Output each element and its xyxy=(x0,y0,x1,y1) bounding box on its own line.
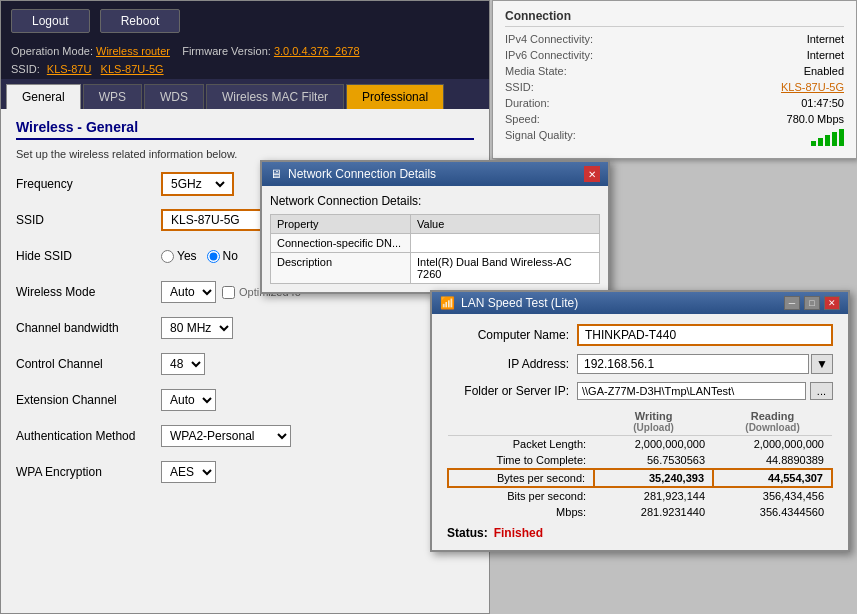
hide-ssid-yes-label[interactable]: Yes xyxy=(161,249,197,263)
channel-bw-label: Channel bandwidth xyxy=(16,321,161,335)
wireless-mode-select[interactable]: Auto xyxy=(161,281,216,303)
extension-channel-row: Extension Channel Auto xyxy=(16,386,474,414)
row1-reading: 44.8890389 xyxy=(713,452,832,469)
optimized-checkbox[interactable] xyxy=(222,286,235,299)
row3-writing: 281,923,144 xyxy=(594,487,713,504)
conn-signal-bars xyxy=(811,129,844,146)
lan-close-button[interactable]: ✕ xyxy=(824,296,840,310)
operation-mode-value[interactable]: Wireless router xyxy=(96,45,170,57)
section-desc: Set up the wireless related information … xyxy=(16,148,474,160)
wpa-encryption-control: AES xyxy=(161,461,216,483)
hide-ssid-no-radio[interactable] xyxy=(207,250,220,263)
firmware-label: Firmware Version: xyxy=(182,45,271,57)
ncd-dialog: 🖥 Network Connection Details ✕ Network C… xyxy=(260,160,610,294)
row2-reading: 44,554,307 xyxy=(713,469,832,487)
lan-ip-label: IP Address: xyxy=(447,357,577,371)
lan-ip-dropdown-icon[interactable]: ▼ xyxy=(811,354,833,374)
lan-ip-row: IP Address: ▼ xyxy=(447,354,833,374)
hide-ssid-yes-text: Yes xyxy=(177,249,197,263)
tab-wps[interactable]: WPS xyxy=(83,84,142,109)
tab-mac-filter[interactable]: Wireless MAC Filter xyxy=(206,84,344,109)
ncd-close-button[interactable]: ✕ xyxy=(584,166,600,182)
conn-media-row: Media State: Enabled xyxy=(505,65,844,77)
conn-signal-row: Signal Quality: xyxy=(505,129,844,146)
frequency-select[interactable]: 5GHz 2.4GHz xyxy=(167,176,228,192)
results-row-0: Packet Length: 2,000,000,000 2,000,000,0… xyxy=(448,436,832,453)
hide-ssid-label: Hide SSID xyxy=(16,249,161,263)
row1-label: Time to Complete: xyxy=(448,452,594,469)
lan-minimize-button[interactable]: ─ xyxy=(784,296,800,310)
connection-section-title: Connection xyxy=(505,9,844,27)
ssid-2g-link[interactable]: KLS-87U xyxy=(47,63,92,75)
ssid-info-label: SSID: xyxy=(11,63,40,75)
results-empty-header xyxy=(448,408,594,436)
tab-general[interactable]: General xyxy=(6,84,81,109)
logout-button[interactable]: Logout xyxy=(11,9,90,33)
ncd-content-label: Network Connection Details: xyxy=(270,194,600,208)
tab-professional[interactable]: Professional xyxy=(346,84,444,109)
channel-bw-control: 80 MHz xyxy=(161,317,233,339)
writing-col-label: Writing xyxy=(598,410,709,422)
frequency-control: 5GHz 2.4GHz xyxy=(161,172,234,196)
firmware-value[interactable]: 3.0.0.4.376_2678 xyxy=(274,45,360,57)
auth-method-control: WPA2-Personal xyxy=(161,425,291,447)
auth-method-select[interactable]: WPA2-Personal xyxy=(161,425,291,447)
lan-browse-button[interactable]: ... xyxy=(810,382,833,400)
lan-title: LAN Speed Test (Lite) xyxy=(461,296,578,310)
bar-4 xyxy=(832,132,837,146)
hide-ssid-yes-radio[interactable] xyxy=(161,250,174,263)
extension-channel-select[interactable]: Auto xyxy=(161,389,216,411)
operation-mode-label: Operation Mode: xyxy=(11,45,93,57)
results-writing-header: Writing (Upload) xyxy=(594,408,713,436)
reading-col-label: Reading xyxy=(717,410,828,422)
lan-ip-input[interactable] xyxy=(577,354,809,374)
lan-content: Computer Name: IP Address: ▼ Folder or S… xyxy=(432,314,848,550)
frequency-label: Frequency xyxy=(16,177,161,191)
lan-computer-name-row: Computer Name: xyxy=(447,324,833,346)
ncd-col-value: Value xyxy=(411,215,599,233)
conn-ipv6-label: IPv6 Connectivity: xyxy=(505,49,593,61)
wpa-encryption-row: WPA Encryption AES xyxy=(16,458,474,486)
ncd-icon: 🖥 xyxy=(270,167,282,181)
signal-bars-visual xyxy=(811,129,844,146)
control-channel-label: Control Channel xyxy=(16,357,161,371)
conn-speed-value: 780.0 Mbps xyxy=(787,113,844,125)
conn-speed-label: Speed: xyxy=(505,113,540,125)
lan-icon: 📶 xyxy=(440,296,455,310)
conn-ssid-label: SSID: xyxy=(505,81,534,93)
hide-ssid-no-text: No xyxy=(223,249,238,263)
conn-ssid-row: SSID: KLS-87U-5G xyxy=(505,81,844,93)
hide-ssid-no-label[interactable]: No xyxy=(207,249,238,263)
lan-dialog: 📶 LAN Speed Test (Lite) ─ □ ✕ Computer N… xyxy=(430,290,850,552)
wpa-encryption-select[interactable]: AES xyxy=(161,461,216,483)
extension-channel-label: Extension Channel xyxy=(16,393,161,407)
ncd-prop-1: Description xyxy=(271,253,411,283)
lan-computer-name-input[interactable] xyxy=(577,324,833,346)
lan-folder-input[interactable] xyxy=(577,382,806,400)
ncd-row-1: Description Intel(R) Dual Band Wireless-… xyxy=(270,253,600,284)
frequency-select-box[interactable]: 5GHz 2.4GHz xyxy=(161,172,234,196)
row0-reading: 2,000,000,000 xyxy=(713,436,832,453)
conn-ssid-value[interactable]: KLS-87U-5G xyxy=(781,81,844,93)
conn-duration-label: Duration: xyxy=(505,97,550,109)
control-channel-select[interactable]: 48 xyxy=(161,353,205,375)
control-channel-row: Control Channel 48 xyxy=(16,350,474,378)
ncd-val-0 xyxy=(411,234,599,252)
row3-reading: 356,434,456 xyxy=(713,487,832,504)
bar-1 xyxy=(811,141,816,146)
tab-wds[interactable]: WDS xyxy=(144,84,204,109)
conn-signal-label: Signal Quality: xyxy=(505,129,576,146)
bar-2 xyxy=(818,138,823,146)
lan-maximize-button[interactable]: □ xyxy=(804,296,820,310)
results-row-4: Mbps: 281.9231440 356.4344560 xyxy=(448,504,832,520)
reboot-button[interactable]: Reboot xyxy=(100,9,181,33)
status-label: Status: xyxy=(447,526,488,540)
channel-bw-row: Channel bandwidth 80 MHz xyxy=(16,314,474,342)
channel-bw-select[interactable]: 80 MHz xyxy=(161,317,233,339)
hide-ssid-control: Yes No xyxy=(161,249,238,263)
ncd-title-left: 🖥 Network Connection Details xyxy=(270,167,436,181)
router-info-bar: Operation Mode: Wireless router Firmware… xyxy=(1,41,489,61)
ssid-5g-link[interactable]: KLS-87U-5G xyxy=(101,63,164,75)
results-row-2: Bytes per second: 35,240,393 44,554,307 xyxy=(448,469,832,487)
auth-method-row: Authentication Method WPA2-Personal xyxy=(16,422,474,450)
